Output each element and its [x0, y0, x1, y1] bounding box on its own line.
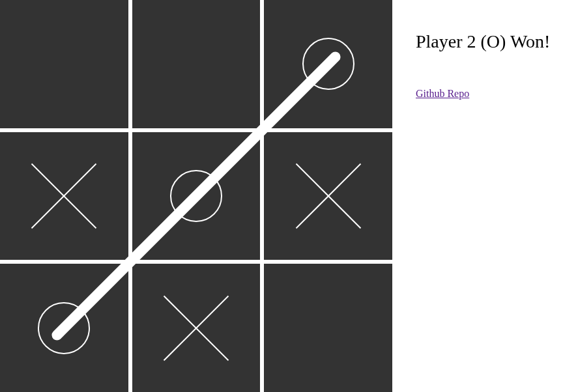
- github-repo-link[interactable]: Github Repo: [416, 88, 469, 99]
- side-panel: Player 2 (O) Won! Github Repo: [392, 0, 550, 100]
- cell-2-1[interactable]: [132, 264, 261, 392]
- mark-o-icon: [38, 302, 90, 354]
- cell-0-2[interactable]: [264, 0, 392, 128]
- cell-2-2[interactable]: [264, 264, 392, 392]
- cell-0-1[interactable]: [132, 0, 261, 128]
- cell-1-1[interactable]: [132, 132, 261, 260]
- cell-2-0[interactable]: [0, 264, 128, 392]
- mark-x-icon: [31, 163, 96, 229]
- mark-x-icon: [296, 163, 361, 229]
- game-status: Player 2 (O) Won!: [416, 31, 550, 52]
- game-board-container: [0, 0, 392, 392]
- cell-1-0[interactable]: [0, 132, 128, 260]
- cell-0-0[interactable]: [0, 0, 128, 128]
- game-board: [0, 0, 392, 392]
- cell-1-2[interactable]: [264, 132, 392, 260]
- mark-o-icon: [302, 38, 354, 90]
- mark-x-icon: [164, 296, 229, 361]
- mark-o-icon: [170, 170, 222, 222]
